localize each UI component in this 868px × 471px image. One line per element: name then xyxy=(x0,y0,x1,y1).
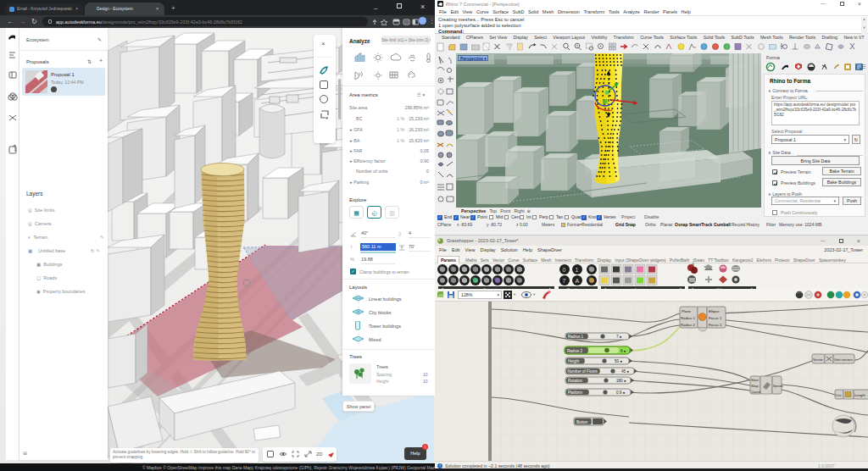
svg-text:Platform: Platform xyxy=(568,391,582,395)
svg-text:Number of Floors: Number of Floors xyxy=(567,369,598,374)
svg-text:List: List xyxy=(836,393,842,397)
svg-text:Focus 1: Focus 1 xyxy=(709,316,722,320)
svg-text:Radius 1: Radius 1 xyxy=(681,316,696,320)
svg-text:A: A xyxy=(576,278,580,284)
svg-text:Unit vectors: Unit vectors xyxy=(834,357,853,362)
svg-text:50 ●: 50 ● xyxy=(615,359,622,363)
svg-text:Focus 2: Focus 2 xyxy=(709,323,722,327)
svg-text:0: 0 xyxy=(563,267,566,273)
svg-text:Step: Step xyxy=(751,384,759,388)
svg-text:7: 7 xyxy=(563,278,566,284)
svg-text:1: 1 xyxy=(576,267,579,273)
svg-text:7 ●: 7 ● xyxy=(616,335,622,339)
svg-text:Height: Height xyxy=(568,359,580,363)
svg-text:45 ●: 45 ● xyxy=(621,369,629,374)
svg-text:Radius 2: Radius 2 xyxy=(567,349,583,353)
svg-text:Radius 2: Radius 2 xyxy=(681,323,696,327)
svg-text:180 ●: 180 ● xyxy=(616,379,626,383)
svg-text:Button: Button xyxy=(576,420,588,424)
svg-text:Ellipse: Ellipse xyxy=(709,309,720,313)
svg-text:Radius 1: Radius 1 xyxy=(568,335,584,339)
svg-text:8 ●: 8 ● xyxy=(620,349,626,353)
svg-text:Rotation: Rotation xyxy=(568,379,583,383)
svg-text:Plane: Plane xyxy=(682,309,692,313)
svg-text:Count: Count xyxy=(751,390,761,394)
svg-text:Length: Length xyxy=(854,393,865,397)
svg-text:Start: Start xyxy=(751,378,760,382)
svg-text:0.9 ●: 0.9 ● xyxy=(616,391,626,395)
svg-text:Vector: Vector xyxy=(813,357,823,362)
svg-text:Series: Series xyxy=(773,384,783,388)
